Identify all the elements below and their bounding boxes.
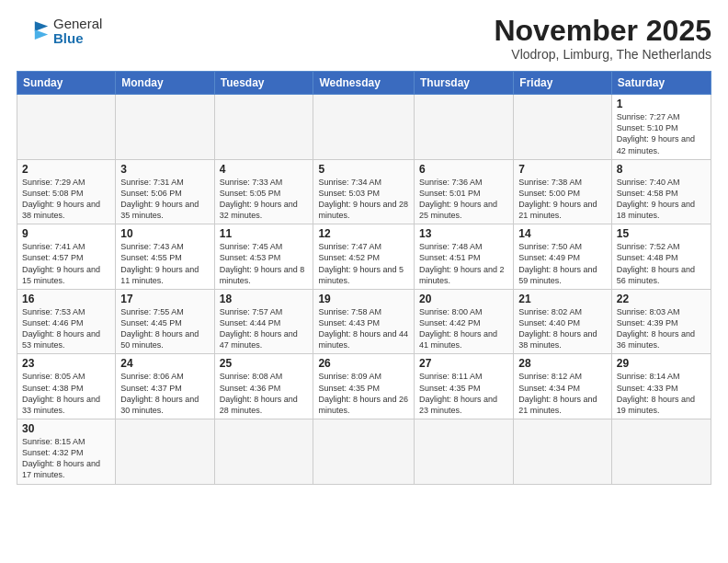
col-friday: Friday: [514, 72, 612, 95]
calendar-cell: 7Sunrise: 7:38 AM Sunset: 5:00 PM Daylig…: [514, 159, 612, 224]
logo: General Blue: [17, 15, 102, 48]
calendar-cell: 3Sunrise: 7:31 AM Sunset: 5:06 PM Daylig…: [116, 159, 214, 224]
calendar-cell: 1Sunrise: 7:27 AM Sunset: 5:10 PM Daylig…: [611, 95, 711, 160]
day-number: 26: [318, 357, 409, 370]
day-info: Sunrise: 7:55 AM Sunset: 4:45 PM Dayligh…: [120, 306, 209, 351]
calendar-week-2: 2Sunrise: 7:29 AM Sunset: 5:08 PM Daylig…: [17, 159, 711, 224]
day-number: 29: [617, 357, 706, 370]
calendar-cell: 12Sunrise: 7:47 AM Sunset: 4:52 PM Dayli…: [313, 224, 415, 290]
day-info: Sunrise: 8:08 AM Sunset: 4:36 PM Dayligh…: [220, 371, 309, 416]
calendar-cell: 28Sunrise: 8:12 AM Sunset: 4:34 PM Dayli…: [514, 354, 612, 419]
day-info: Sunrise: 8:03 AM Sunset: 4:39 PM Dayligh…: [617, 306, 706, 351]
col-thursday: Thursday: [415, 72, 514, 95]
day-info: Sunrise: 8:00 AM Sunset: 4:42 PM Dayligh…: [419, 306, 508, 351]
day-info: Sunrise: 7:48 AM Sunset: 4:51 PM Dayligh…: [419, 241, 508, 286]
day-info: Sunrise: 7:29 AM Sunset: 5:08 PM Dayligh…: [22, 177, 110, 222]
day-number: 18: [220, 293, 309, 305]
day-number: 10: [120, 227, 209, 240]
day-number: 23: [22, 357, 110, 370]
day-number: 17: [120, 293, 209, 305]
day-info: Sunrise: 7:40 AM Sunset: 4:58 PM Dayligh…: [617, 177, 706, 222]
day-info: Sunrise: 7:38 AM Sunset: 5:00 PM Dayligh…: [518, 177, 607, 222]
calendar-cell: [116, 419, 214, 485]
day-info: Sunrise: 7:36 AM Sunset: 5:01 PM Dayligh…: [419, 177, 508, 222]
month-title: November 2025: [494, 15, 711, 47]
day-number: 3: [120, 163, 209, 176]
day-info: Sunrise: 8:15 AM Sunset: 4:32 PM Dayligh…: [22, 436, 110, 481]
day-info: Sunrise: 8:05 AM Sunset: 4:38 PM Dayligh…: [22, 371, 110, 416]
day-number: 21: [518, 293, 607, 305]
calendar-cell: [514, 95, 612, 160]
day-number: 24: [120, 357, 209, 370]
col-saturday: Saturday: [611, 72, 711, 95]
day-info: Sunrise: 7:41 AM Sunset: 4:57 PM Dayligh…: [22, 241, 110, 286]
day-info: Sunrise: 7:50 AM Sunset: 4:49 PM Dayligh…: [518, 241, 607, 286]
calendar-week-4: 16Sunrise: 7:53 AM Sunset: 4:46 PM Dayli…: [17, 289, 711, 354]
day-number: 22: [617, 293, 706, 305]
calendar-table: Sunday Monday Tuesday Wednesday Thursday…: [17, 71, 711, 484]
day-number: 8: [617, 163, 706, 176]
calendar-cell: 21Sunrise: 8:02 AM Sunset: 4:40 PM Dayli…: [514, 289, 612, 354]
calendar-cell: 8Sunrise: 7:40 AM Sunset: 4:58 PM Daylig…: [611, 159, 711, 224]
day-info: Sunrise: 7:31 AM Sunset: 5:06 PM Dayligh…: [120, 177, 209, 222]
day-number: 13: [419, 227, 508, 240]
calendar-cell: 20Sunrise: 8:00 AM Sunset: 4:42 PM Dayli…: [415, 289, 514, 354]
day-info: Sunrise: 7:45 AM Sunset: 4:53 PM Dayligh…: [220, 241, 309, 286]
calendar-cell: 14Sunrise: 7:50 AM Sunset: 4:49 PM Dayli…: [514, 224, 612, 290]
day-number: 5: [318, 163, 409, 176]
calendar-cell: [313, 419, 415, 485]
calendar-cell: 25Sunrise: 8:08 AM Sunset: 4:36 PM Dayli…: [214, 354, 313, 419]
day-number: 2: [22, 163, 110, 176]
calendar-cell: 11Sunrise: 7:45 AM Sunset: 4:53 PM Dayli…: [214, 224, 313, 290]
calendar-week-1: 1Sunrise: 7:27 AM Sunset: 5:10 PM Daylig…: [17, 95, 711, 160]
calendar-cell: [415, 95, 514, 160]
day-number: 15: [617, 227, 706, 240]
calendar-cell: [611, 419, 711, 485]
logo-general: General: [53, 17, 102, 32]
svg-marker-2: [35, 29, 48, 40]
day-number: 11: [220, 227, 309, 240]
calendar-week-5: 23Sunrise: 8:05 AM Sunset: 4:38 PM Dayli…: [17, 354, 711, 419]
header: General Blue November 2025 Vlodrop, Limb…: [17, 15, 711, 62]
calendar-cell: [313, 95, 415, 160]
day-info: Sunrise: 8:11 AM Sunset: 4:35 PM Dayligh…: [419, 371, 508, 416]
calendar-cell: 6Sunrise: 7:36 AM Sunset: 5:01 PM Daylig…: [415, 159, 514, 224]
day-number: 12: [318, 227, 409, 240]
day-number: 4: [220, 163, 309, 176]
title-block: November 2025 Vlodrop, Limburg, The Neth…: [494, 15, 711, 62]
calendar-cell: [116, 95, 214, 160]
calendar-cell: [514, 419, 612, 485]
calendar-cell: [214, 419, 313, 485]
day-number: 1: [617, 98, 706, 110]
day-number: 30: [22, 422, 110, 435]
day-info: Sunrise: 8:14 AM Sunset: 4:33 PM Dayligh…: [617, 371, 706, 416]
day-info: Sunrise: 8:09 AM Sunset: 4:35 PM Dayligh…: [318, 371, 409, 416]
day-info: Sunrise: 7:57 AM Sunset: 4:44 PM Dayligh…: [220, 306, 309, 351]
day-info: Sunrise: 7:53 AM Sunset: 4:46 PM Dayligh…: [22, 306, 110, 351]
day-number: 14: [518, 227, 607, 240]
calendar-cell: 29Sunrise: 8:14 AM Sunset: 4:33 PM Dayli…: [611, 354, 711, 419]
day-info: Sunrise: 7:27 AM Sunset: 5:10 PM Dayligh…: [617, 111, 706, 156]
calendar-cell: 30Sunrise: 8:15 AM Sunset: 4:32 PM Dayli…: [17, 419, 116, 485]
logo-text: General Blue: [53, 17, 102, 47]
day-number: 27: [419, 357, 508, 370]
day-number: 28: [518, 357, 607, 370]
calendar-cell: 10Sunrise: 7:43 AM Sunset: 4:55 PM Dayli…: [116, 224, 214, 290]
day-number: 7: [518, 163, 607, 176]
calendar-cell: [415, 419, 514, 485]
calendar-cell: 26Sunrise: 8:09 AM Sunset: 4:35 PM Dayli…: [313, 354, 415, 419]
svg-marker-1: [35, 21, 48, 31]
day-info: Sunrise: 7:58 AM Sunset: 4:43 PM Dayligh…: [318, 306, 409, 351]
calendar-week-3: 9Sunrise: 7:41 AM Sunset: 4:57 PM Daylig…: [17, 224, 711, 290]
subtitle: Vlodrop, Limburg, The Netherlands: [494, 47, 711, 62]
calendar-cell: [17, 95, 116, 160]
day-info: Sunrise: 7:34 AM Sunset: 5:03 PM Dayligh…: [318, 177, 409, 222]
calendar-cell: 16Sunrise: 7:53 AM Sunset: 4:46 PM Dayli…: [17, 289, 116, 354]
calendar-cell: 24Sunrise: 8:06 AM Sunset: 4:37 PM Dayli…: [116, 354, 214, 419]
day-info: Sunrise: 7:33 AM Sunset: 5:05 PM Dayligh…: [220, 177, 309, 222]
day-info: Sunrise: 7:47 AM Sunset: 4:52 PM Dayligh…: [318, 241, 409, 286]
calendar-cell: 9Sunrise: 7:41 AM Sunset: 4:57 PM Daylig…: [17, 224, 116, 290]
calendar-header-row: Sunday Monday Tuesday Wednesday Thursday…: [17, 72, 711, 95]
calendar-cell: 15Sunrise: 7:52 AM Sunset: 4:48 PM Dayli…: [611, 224, 711, 290]
calendar-week-6: 30Sunrise: 8:15 AM Sunset: 4:32 PM Dayli…: [17, 419, 711, 485]
